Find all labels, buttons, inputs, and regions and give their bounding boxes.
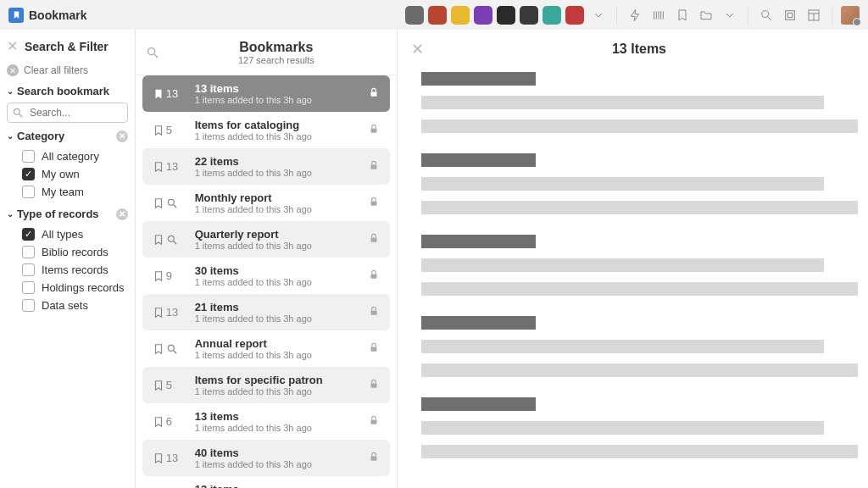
category-option[interactable]: My team [7, 183, 128, 201]
bookmark-subtitle: 1 items added to this 3h ago [195, 204, 359, 214]
lock-icon [368, 232, 380, 247]
svg-point-19 [168, 199, 174, 205]
list-header: Bookmarks 127 search results [136, 30, 397, 75]
chevron-down-icon: ⌄ [7, 131, 14, 141]
bookmark-row[interactable]: Quarterly report1 items added to this 3h… [142, 221, 390, 258]
category-option[interactable]: ✓My own [7, 165, 128, 183]
placeholder-line [421, 421, 824, 435]
search-icon[interactable] [146, 46, 159, 59]
svg-point-14 [147, 47, 154, 54]
bookmark-row[interactable]: 613 items1 items added to this 3h ago [142, 403, 390, 440]
group-category[interactable]: ⌄ Category ✕ [7, 130, 128, 142]
type-option[interactable]: Items records [7, 261, 128, 279]
folder-icon[interactable] [697, 6, 715, 25]
remove-filter-icon[interactable]: ✕ [116, 130, 128, 142]
placeholder-line [421, 96, 824, 109]
option-label: My team [42, 186, 84, 198]
option-label: Holdings records [42, 281, 125, 294]
checkbox[interactable]: ✓ [22, 168, 35, 180]
checkbox[interactable] [22, 246, 35, 258]
layout-icon[interactable] [804, 6, 823, 25]
titlebar: Bookmark [0, 0, 868, 30]
svg-line-23 [173, 241, 176, 244]
type-option[interactable]: Biblio records [7, 243, 128, 261]
bookmark-title: 40 items [195, 446, 359, 459]
app-switcher-button[interactable] [474, 6, 492, 25]
app-switcher-button[interactable] [520, 6, 538, 25]
checkbox[interactable]: ✓ [22, 228, 35, 241]
frame-icon[interactable] [781, 6, 799, 25]
app-switcher-button[interactable] [565, 6, 584, 25]
bookmark-subtitle: 1 items added to this 3h ago [195, 350, 359, 360]
svg-rect-18 [371, 164, 377, 169]
chevron-down-icon[interactable] [589, 6, 608, 25]
close-icon[interactable]: ✕ [7, 38, 18, 54]
bookmark-row[interactable]: 5Items for specific patron1 items added … [142, 367, 390, 403]
clear-icon: ✕ [7, 64, 19, 76]
checkbox[interactable] [22, 263, 35, 276]
clear-filters-label: Clear all filters [24, 64, 88, 76]
bolt-icon[interactable] [626, 6, 644, 25]
bookmark-icon: 6 [153, 415, 186, 428]
bookmark-title: Items for cataloging [195, 119, 359, 131]
svg-rect-7 [786, 10, 795, 19]
chevron-down-icon[interactable] [721, 6, 739, 25]
search-icon[interactable] [757, 6, 776, 25]
app-switcher-button[interactable] [542, 6, 561, 25]
bookmark-icon [153, 234, 186, 246]
bookmark-row[interactable]: 1321 items1 items added to this 3h ago [142, 294, 390, 330]
content-placeholder-group [421, 316, 858, 377]
checkbox[interactable] [22, 186, 35, 198]
group-search-bookmark[interactable]: ⌄ Search bookmark [7, 85, 128, 97]
bookmark-row[interactable]: 1313 items1 items added to this 3h ago [142, 476, 390, 488]
bookmark-icon [153, 197, 186, 209]
svg-rect-25 [371, 274, 377, 278]
titlebar-right [405, 6, 860, 25]
bookmark-subtitle: 1 items added to this 3h ago [195, 95, 359, 105]
bookmark-row[interactable]: 1313 items1 items added to this 3h ago [142, 75, 390, 112]
placeholder-line [421, 363, 858, 377]
option-label: All category [42, 150, 99, 163]
user-avatar[interactable] [841, 6, 860, 25]
app-switcher-button[interactable] [405, 6, 424, 25]
bookmark-row[interactable]: Monthly report1 items added to this 3h a… [142, 185, 390, 221]
bookmark-icon[interactable] [673, 6, 692, 25]
search-input[interactable] [7, 103, 128, 123]
lock-icon [368, 269, 380, 283]
bookmarks-list[interactable]: 1313 items1 items added to this 3h ago5I… [136, 75, 397, 488]
checkbox[interactable] [22, 281, 35, 294]
lock-icon [368, 305, 380, 319]
svg-rect-26 [371, 310, 377, 314]
svg-rect-29 [371, 347, 377, 351]
bookmark-subtitle: 1 items added to this 3h ago [195, 131, 359, 141]
checkbox[interactable] [22, 299, 35, 312]
category-option[interactable]: All category [7, 147, 128, 165]
group-type-of-records[interactable]: ⌄ Type of records ✕ [7, 208, 128, 220]
placeholder-heading [421, 72, 536, 86]
remove-filter-icon[interactable]: ✕ [116, 208, 128, 220]
svg-rect-17 [371, 128, 377, 132]
bookmark-title: 22 items [195, 155, 359, 168]
placeholder-line [421, 258, 824, 272]
app-switcher-button[interactable] [428, 6, 447, 25]
bookmark-subtitle: 1 items added to this 3h ago [195, 277, 359, 287]
app-switcher-button[interactable] [497, 6, 515, 25]
bookmark-row[interactable]: 1322 items1 items added to this 3h ago [142, 148, 390, 185]
bookmark-row[interactable]: 930 items1 items added to this 3h ago [142, 258, 390, 294]
barcode-icon[interactable] [649, 6, 668, 25]
option-label: My own [42, 168, 80, 180]
type-option[interactable]: ✓All types [7, 225, 128, 243]
content-placeholder-group [421, 397, 858, 458]
bookmark-row[interactable]: Annual report1 items added to this 3h ag… [142, 330, 390, 367]
bookmark-subtitle: 1 items added to this 3h ago [195, 168, 359, 178]
app-switcher-button[interactable] [451, 6, 470, 25]
type-option[interactable]: Data sets [7, 297, 128, 314]
bookmark-row[interactable]: 1340 items1 items added to this 3h ago [142, 440, 390, 476]
placeholder-heading [421, 235, 536, 248]
checkbox[interactable] [22, 150, 35, 163]
bookmark-row[interactable]: 5Items for cataloging1 items added to th… [142, 112, 390, 148]
list-subtitle: 127 search results [166, 55, 387, 65]
type-option[interactable]: Holdings records [7, 279, 128, 297]
clear-filters[interactable]: ✕ Clear all filters [7, 64, 128, 76]
close-icon[interactable]: ✕ [411, 40, 424, 58]
